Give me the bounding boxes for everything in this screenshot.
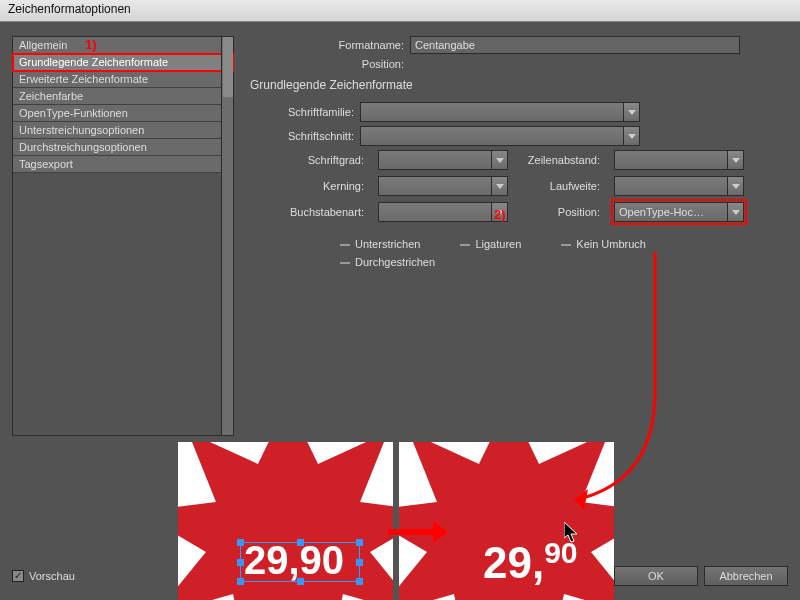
- zeilenabstand-combo[interactable]: [614, 150, 744, 170]
- schriftfamilie-combo[interactable]: [360, 102, 640, 122]
- sidebar-item-unterstreichung[interactable]: Unterstreichungsoptionen: [13, 122, 233, 139]
- sidebar-item-durchstreichung[interactable]: Durchstreichungsoptionen: [13, 139, 233, 156]
- svg-marker-3: [433, 521, 448, 543]
- sidebar-item-opentype[interactable]: OpenType-Funktionen: [13, 105, 233, 122]
- cancel-button[interactable]: Abbrechen: [704, 566, 788, 586]
- chevron-down-icon[interactable]: [491, 151, 507, 169]
- dash-icon: [561, 244, 571, 246]
- dash-icon: [340, 262, 350, 264]
- svg-marker-5: [564, 522, 577, 542]
- window-titlebar: Zeichenformatoptionen: [0, 0, 800, 22]
- dash-icon: [340, 244, 350, 246]
- schriftschnitt-combo[interactable]: [360, 126, 640, 146]
- kerning-label: Kerning:: [260, 180, 370, 192]
- check-unterstrichen[interactable]: Unterstrichen: [340, 238, 420, 250]
- arrow-right-icon: [388, 517, 448, 547]
- category-sidebar: 1) Allgemein Grundlegende Zeichenformate…: [12, 36, 234, 436]
- sidebar-item-zeichenfarbe[interactable]: Zeichenfarbe: [13, 88, 233, 105]
- window-title: Zeichenformatoptionen: [8, 2, 131, 16]
- formatname-label: Formatname:: [250, 39, 410, 51]
- annotation-2: 2): [494, 207, 506, 222]
- formatname-input[interactable]: [410, 36, 740, 54]
- buchstabenart-label: Buchstabenart:: [260, 206, 370, 218]
- dialog-footer: Vorschau OK Abbrechen: [12, 566, 788, 586]
- check-durchgestrichen[interactable]: Durchgestrichen: [340, 256, 435, 268]
- annotation-1: 1): [85, 37, 97, 52]
- checkbox-icon: [12, 570, 24, 582]
- chevron-down-icon[interactable]: [623, 103, 639, 121]
- position-header-label: Position:: [250, 58, 410, 70]
- sidebar-scroll-thumb[interactable]: [223, 37, 233, 97]
- check-kein-umbruch[interactable]: Kein Umbruch: [561, 238, 646, 250]
- sidebar-item-grundlegende[interactable]: Grundlegende Zeichenformate: [13, 54, 233, 71]
- buchstabenart-combo[interactable]: [378, 202, 508, 222]
- check-ligaturen[interactable]: Ligaturen: [460, 238, 521, 250]
- content-panel: Formatname: Position: Grundlegende Zeich…: [250, 36, 788, 268]
- svg-marker-4: [575, 489, 588, 510]
- dialog-body: 1) Allgemein Grundlegende Zeichenformate…: [0, 22, 800, 600]
- position-label: Position:: [516, 206, 606, 218]
- position-combo[interactable]: OpenType-Hoc…: [614, 202, 744, 222]
- schriftfamilie-label: Schriftfamilie:: [260, 106, 360, 118]
- schriftgrad-label: Schriftgrad:: [260, 154, 370, 166]
- sidebar-scrollbar[interactable]: [221, 37, 233, 435]
- sidebar-item-allgemein[interactable]: Allgemein: [13, 37, 233, 54]
- chevron-down-icon[interactable]: [727, 177, 743, 195]
- schriftgrad-combo[interactable]: [378, 150, 508, 170]
- cursor-icon: [564, 522, 582, 544]
- chevron-down-icon[interactable]: [491, 177, 507, 195]
- schriftschnitt-label: Schriftschnitt:: [260, 130, 360, 142]
- sidebar-item-tagsexport[interactable]: Tagsexport: [13, 156, 233, 173]
- ok-button[interactable]: OK: [614, 566, 698, 586]
- kerning-combo[interactable]: [378, 176, 508, 196]
- preview-checkbox[interactable]: Vorschau: [12, 570, 75, 582]
- laufweite-label: Laufweite:: [516, 180, 606, 192]
- sidebar-item-erweiterte[interactable]: Erweiterte Zeichenformate: [13, 71, 233, 88]
- chevron-down-icon[interactable]: [727, 203, 743, 221]
- dash-icon: [460, 244, 470, 246]
- arrow-down-icon: [555, 252, 675, 522]
- zeilenabstand-label: Zeilenabstand:: [516, 154, 606, 166]
- checkbox-row-1: Unterstrichen Ligaturen Kein Umbruch: [340, 238, 788, 250]
- laufweite-combo[interactable]: [614, 176, 744, 196]
- chevron-down-icon[interactable]: [623, 127, 639, 145]
- section-title: Grundlegende Zeichenformate: [250, 78, 788, 92]
- chevron-down-icon[interactable]: [727, 151, 743, 169]
